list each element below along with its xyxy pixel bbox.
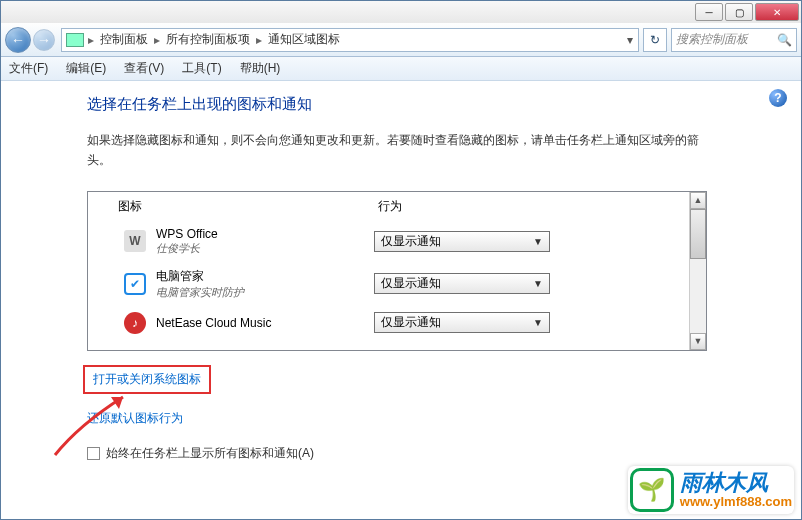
menu-help[interactable]: 帮助(H) [240,60,281,77]
guard-icon: ✔ [124,273,146,295]
address-dropdown[interactable]: ▾ [622,33,638,47]
behavior-select[interactable]: 仅显示通知 ▼ [374,312,550,333]
search-icon: 🔍 [777,33,792,47]
always-show-checkbox-row: 始终在任务栏上显示所有图标和通知(A) [87,445,775,462]
menu-view[interactable]: 查看(V) [124,60,164,77]
column-header-icon: 图标 [118,198,378,215]
table-row: W WPS Office 仕俊学长 仅显示通知 ▼ [88,221,706,262]
back-button[interactable]: ← [5,27,31,53]
breadcrumb-item[interactable]: 通知区域图标 [264,31,346,48]
row-name: WPS Office [156,227,374,241]
scroll-down-button[interactable]: ▼ [690,333,706,350]
chevron-down-icon: ▼ [533,236,543,247]
icons-table: 图标 行为 W WPS Office 仕俊学长 仅显示通知 ▼ ✔ [87,191,707,351]
restore-defaults-link[interactable]: 还原默认图标行为 [87,410,183,427]
row-subtitle: 电脑管家实时防护 [156,285,374,300]
select-value: 仅显示通知 [381,233,441,250]
watermark: 🌱 雨林木风 www.ylmf888.com [628,466,794,514]
select-value: 仅显示通知 [381,314,441,331]
navigation-bar: ← → ▸ 控制面板 ▸ 所有控制面板项 ▸ 通知区域图标 ▾ ↻ 搜索控制面板… [1,23,801,57]
table-row: ✔ 电脑管家 电脑管家实时防护 仅显示通知 ▼ [88,262,706,306]
breadcrumb-item[interactable]: 控制面板 [96,31,154,48]
menu-file[interactable]: 文件(F) [9,60,48,77]
scroll-thumb[interactable] [690,209,706,259]
maximize-button[interactable]: ▢ [725,3,753,21]
always-show-checkbox[interactable] [87,447,100,460]
netease-icon: ♪ [124,312,146,334]
window-title-bar: ─ ▢ ✕ [1,1,801,23]
address-bar[interactable]: ▸ 控制面板 ▸ 所有控制面板项 ▸ 通知区域图标 ▾ [61,28,639,52]
search-placeholder: 搜索控制面板 [676,31,748,48]
breadcrumb-item[interactable]: 所有控制面板项 [162,31,256,48]
chevron-down-icon: ▼ [533,278,543,289]
row-subtitle: 仕俊学长 [156,241,374,256]
wps-icon: W [124,230,146,252]
search-input[interactable]: 搜索控制面板 🔍 [671,28,797,52]
forward-button[interactable]: → [33,29,55,51]
help-icon[interactable]: ? [769,89,787,107]
always-show-label: 始终在任务栏上显示所有图标和通知(A) [106,445,314,462]
breadcrumb-separator: ▸ [256,33,264,47]
watermark-title: 雨林木风 [680,471,792,495]
scroll-up-button[interactable]: ▲ [690,192,706,209]
select-value: 仅显示通知 [381,275,441,292]
refresh-button[interactable]: ↻ [643,28,667,52]
breadcrumb-separator: ▸ [88,33,96,47]
control-panel-icon [66,33,84,47]
behavior-select[interactable]: 仅显示通知 ▼ [374,231,550,252]
watermark-url: www.ylmf888.com [680,495,792,509]
column-header-behavior: 行为 [378,198,706,215]
table-row: ♪ NetEase Cloud Music 仅显示通知 ▼ [88,306,706,340]
breadcrumb-separator: ▸ [154,33,162,47]
close-button[interactable]: ✕ [755,3,799,21]
page-description: 如果选择隐藏图标和通知，则不会向您通知更改和更新。若要随时查看隐藏的图标，请单击… [87,130,707,171]
svg-marker-0 [111,397,123,409]
row-name: NetEase Cloud Music [156,316,374,330]
row-name: 电脑管家 [156,268,374,285]
page-title: 选择在任务栏上出现的图标和通知 [87,95,775,114]
system-icons-link[interactable]: 打开或关闭系统图标 [83,365,211,394]
watermark-logo-icon: 🌱 [630,468,674,512]
menu-bar: 文件(F) 编辑(E) 查看(V) 工具(T) 帮助(H) [1,57,801,81]
content-area: ? 选择在任务栏上出现的图标和通知 如果选择隐藏图标和通知，则不会向您通知更改和… [1,81,801,519]
menu-tools[interactable]: 工具(T) [182,60,221,77]
minimize-button[interactable]: ─ [695,3,723,21]
menu-edit[interactable]: 编辑(E) [66,60,106,77]
scrollbar[interactable]: ▲ ▼ [689,192,706,350]
behavior-select[interactable]: 仅显示通知 ▼ [374,273,550,294]
chevron-down-icon: ▼ [533,317,543,328]
